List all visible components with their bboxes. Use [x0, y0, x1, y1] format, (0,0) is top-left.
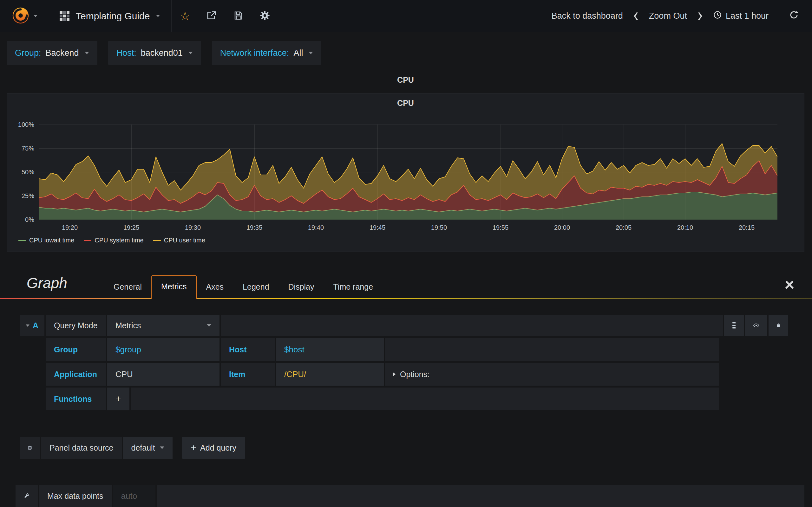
variable-host-label: Host: — [116, 48, 136, 58]
application-field[interactable] — [107, 363, 219, 386]
tab-time-range[interactable]: Time range — [324, 276, 383, 298]
host-field[interactable] — [276, 338, 384, 361]
legend-label: CPU user time — [164, 237, 205, 244]
back-to-dashboard-link[interactable]: Back to dashboard — [552, 11, 623, 21]
editor-tabs: General Metrics Axes Legend Display Time… — [104, 275, 383, 298]
zoom-out-button[interactable]: Zoom Out — [649, 11, 687, 21]
trash-icon — [777, 321, 780, 330]
query-row-filler — [131, 388, 719, 410]
max-data-points-label: Max data points — [39, 485, 112, 507]
add-query-button[interactable]: + Add query — [182, 437, 246, 459]
share-button[interactable] — [198, 0, 225, 32]
max-data-points-field[interactable] — [113, 485, 155, 507]
grafana-logo-button[interactable] — [0, 0, 48, 32]
navbar-right: Back to dashboard Zoom Out Last 1 hour — [552, 0, 812, 32]
save-button[interactable] — [225, 0, 252, 32]
tab-general[interactable]: General — [104, 276, 151, 298]
max-data-points-input[interactable] — [121, 491, 147, 501]
add-function-button[interactable]: + — [107, 388, 130, 410]
variable-host-dropdown[interactable]: Host: backend01 — [108, 41, 201, 65]
time-shift-right-button[interactable] — [697, 11, 703, 21]
navbar-divider — [779, 0, 779, 32]
close-editor-button[interactable]: × — [785, 276, 794, 293]
chart-title: CPU — [7, 94, 804, 108]
cpu-panel: CPU 0%25%50%75%100% 19:2019:2519:3019:35… — [7, 93, 804, 252]
tab-axes[interactable]: Axes — [197, 276, 234, 298]
time-shift-left-button[interactable] — [633, 11, 639, 21]
settings-button[interactable] — [252, 0, 278, 32]
chevron-down-icon — [189, 52, 193, 54]
options-toggle[interactable]: Options: — [385, 370, 429, 379]
legend-swatch — [153, 240, 161, 241]
variable-netif-value: All — [293, 48, 303, 58]
query-delete-button[interactable] — [768, 315, 788, 336]
refresh-button[interactable] — [789, 10, 799, 22]
datasource-icon-cell — [20, 437, 40, 459]
tab-display[interactable]: Display — [279, 276, 324, 298]
x-tick-label: 19:30 — [185, 224, 201, 231]
template-variables-row: Group: Backend Host: backend01 Network i… — [7, 41, 332, 65]
group-field-label: Group — [46, 338, 106, 361]
grafana-logo-icon — [11, 6, 31, 26]
query-row-functions: Functions + — [46, 388, 719, 410]
star-button[interactable]: ☆ — [171, 0, 198, 32]
legend-item[interactable]: CPU system time — [84, 237, 143, 244]
navbar: Templating Guide ☆ — [0, 0, 812, 32]
collapse-caret-icon — [26, 325, 30, 327]
query-mode-dropdown[interactable]: Metrics — [107, 315, 219, 336]
chevron-left-icon — [633, 11, 639, 21]
share-icon — [206, 10, 217, 22]
datasource-dropdown[interactable]: default — [123, 437, 172, 459]
y-tick-label: 50% — [21, 169, 34, 176]
wrench-icon — [24, 492, 30, 500]
host-input[interactable] — [284, 345, 375, 354]
panel-editor-header: Graph General Metrics Axes Legend Displa… — [0, 272, 812, 298]
legend-item[interactable]: CPU user time — [153, 237, 205, 244]
dashboard-title-dropdown[interactable]: Templating Guide — [48, 0, 171, 32]
time-range-picker[interactable]: Last 1 hour — [713, 10, 768, 21]
query-toggle-visibility-button[interactable] — [745, 315, 767, 336]
query-menu-button[interactable] — [724, 315, 744, 336]
cpu-chart-canvas[interactable] — [39, 124, 777, 220]
group-field[interactable] — [107, 338, 219, 361]
x-tick-label: 20:10 — [677, 224, 693, 231]
wrench-icon-cell — [15, 485, 38, 507]
save-icon — [234, 11, 243, 21]
close-icon: × — [785, 275, 794, 294]
application-input[interactable] — [115, 370, 211, 379]
variable-group-dropdown[interactable]: Group: Backend — [7, 41, 97, 65]
query-mode-value: Metrics — [115, 321, 141, 330]
x-axis: 19:2019:2519:3019:3519:4019:4519:5019:55… — [39, 224, 777, 233]
datasource-value: default — [131, 443, 155, 452]
editor-accent-divider — [0, 298, 812, 299]
options-label: Options: — [400, 370, 429, 379]
caret-right-icon — [393, 372, 396, 377]
variable-netif-dropdown[interactable]: Network interface: All — [212, 41, 322, 65]
legend-item[interactable]: CPU iowait time — [18, 237, 74, 244]
y-axis: 0%25%50%75%100% — [9, 124, 37, 220]
x-tick-label: 19:20 — [62, 224, 78, 231]
panel-header-title[interactable]: CPU — [7, 75, 804, 84]
query-collapse-toggle[interactable]: A — [20, 315, 44, 336]
group-input[interactable] — [115, 345, 211, 354]
application-field-label: Application — [46, 363, 106, 386]
add-query-label: Add query — [200, 443, 236, 452]
eye-icon — [753, 322, 759, 329]
chart-legend: CPU iowait timeCPU system timeCPU user t… — [18, 237, 215, 244]
query-row-filler — [385, 338, 719, 361]
chevron-down-icon — [207, 324, 211, 327]
item-field[interactable] — [276, 363, 384, 386]
item-input[interactable] — [284, 370, 375, 379]
x-tick-label: 19:40 — [308, 224, 324, 231]
chevron-down-icon — [160, 447, 164, 449]
hamburger-icon — [732, 322, 735, 329]
title-caret-icon — [156, 15, 160, 17]
tab-legend[interactable]: Legend — [233, 276, 278, 298]
tab-metrics[interactable]: Metrics — [151, 275, 197, 299]
y-tick-label: 0% — [25, 216, 34, 223]
variable-host-value: backend01 — [141, 48, 183, 58]
footer-filler — [157, 485, 805, 507]
x-tick-label: 20:00 — [554, 224, 570, 231]
refresh-icon — [789, 10, 799, 22]
dashboard-title: Templating Guide — [76, 11, 150, 21]
